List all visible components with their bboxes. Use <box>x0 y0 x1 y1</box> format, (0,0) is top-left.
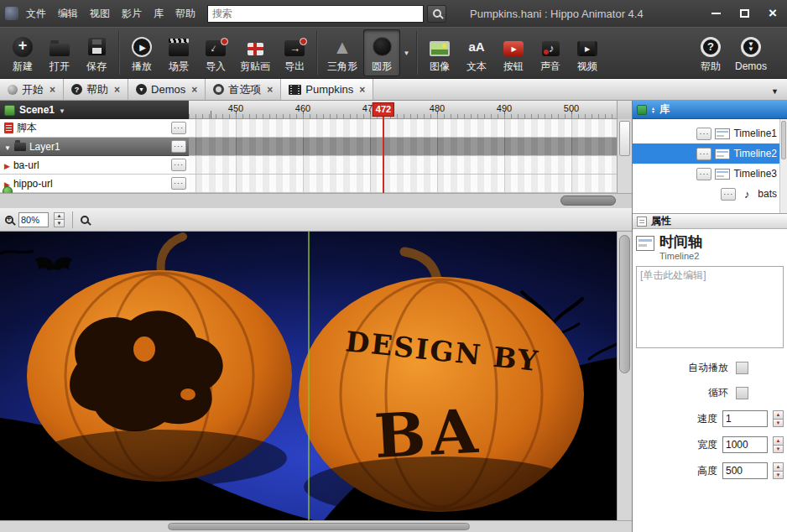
scrollbar-thumb[interactable] <box>619 121 630 156</box>
shape-dropdown-button[interactable] <box>400 29 413 76</box>
collapse-caret-icon[interactable] <box>4 141 11 153</box>
add-element-icon[interactable] <box>3 186 13 193</box>
circle-icon <box>373 37 392 56</box>
close-button[interactable]: × <box>758 0 787 27</box>
search-button[interactable] <box>427 5 446 23</box>
library-item-timeline2[interactable]: ··· Timeline2 <box>633 143 787 164</box>
spinner-down-icon[interactable]: ▼ <box>773 420 784 428</box>
track-frames[interactable] <box>189 175 632 193</box>
item-options-button[interactable]: ··· <box>696 168 711 180</box>
height-label: 高度 <box>697 464 717 478</box>
track-options-button[interactable]: ··· <box>171 122 186 134</box>
track-name-ba-url[interactable]: ba-url ··· <box>0 156 189 175</box>
tab-overflow-button[interactable] <box>771 82 779 97</box>
item-options-button[interactable]: ··· <box>721 188 736 201</box>
properties-header: 属性 <box>633 213 787 229</box>
tab-close-icon[interactable]: × <box>191 84 197 96</box>
library-item-timeline1[interactable]: ··· Timeline1 <box>633 123 787 143</box>
track-name-script[interactable]: 脚本 ··· <box>0 119 189 138</box>
tab-close-icon[interactable]: × <box>114 84 120 96</box>
tab-close-icon[interactable]: × <box>50 84 55 96</box>
scrollbar-thumb[interactable] <box>168 523 470 530</box>
canvas-horizontal-scrollbar[interactable] <box>0 520 632 532</box>
track-name-hippo-url[interactable]: hippo-url ··· <box>0 175 189 193</box>
spinner-up-icon[interactable]: ▲ <box>773 410 784 420</box>
canvas-vertical-scrollbar[interactable] <box>617 232 632 520</box>
minimize-button[interactable] <box>701 0 730 27</box>
sort-icon[interactable] <box>651 107 655 113</box>
scene-selector[interactable]: Scene1 <box>0 101 189 119</box>
menu-library[interactable]: 库 <box>148 0 169 27</box>
spinner-down-icon[interactable]: ▼ <box>54 220 65 227</box>
timeline-ruler[interactable]: 450 460 470 480 490 500 <box>189 101 617 119</box>
export-button[interactable]: 导出 <box>276 29 313 76</box>
play-button[interactable]: 播放 <box>123 29 160 76</box>
autoplay-checkbox[interactable] <box>736 362 748 374</box>
video-button[interactable]: 视频 <box>569 29 606 76</box>
menu-movie[interactable]: 影片 <box>116 0 148 27</box>
track-row-script: 脚本 ··· <box>0 119 632 138</box>
notes-edit-field[interactable]: [单击此处编辑] <box>636 266 784 348</box>
circle-tool-button[interactable]: 圆形 <box>363 29 400 76</box>
text-button[interactable]: 文本 <box>458 29 495 76</box>
maximize-button[interactable] <box>730 0 758 27</box>
triangle-tool-button[interactable]: 三角形 <box>321 29 363 76</box>
item-options-button[interactable]: ··· <box>696 128 711 140</box>
playhead-frame-label[interactable]: 472 <box>373 102 394 117</box>
height-input[interactable] <box>722 462 768 479</box>
width-input[interactable] <box>722 436 768 453</box>
track-options-button[interactable]: ··· <box>171 159 186 171</box>
toolbar-separator <box>118 31 120 75</box>
library-item-timeline3[interactable]: ··· Timeline3 <box>633 164 787 184</box>
import-button[interactable]: 导入 <box>197 29 234 76</box>
tab-pumpkins[interactable]: Pumpkins× <box>281 79 373 100</box>
tab-close-icon[interactable]: × <box>359 84 365 96</box>
menu-file[interactable]: 文件 <box>20 0 52 27</box>
timeline-vertical-scrollbar[interactable] <box>617 119 632 193</box>
stage-canvas[interactable]: DESIGN BY BA <box>0 232 617 520</box>
track-options-button[interactable]: ··· <box>171 140 186 153</box>
tab-preferences[interactable]: 首选项× <box>206 79 281 100</box>
spinner-up-icon[interactable]: ▲ <box>773 436 784 446</box>
timeline-horizontal-scrollbar[interactable] <box>0 193 632 208</box>
image-button[interactable]: 图像 <box>421 29 458 76</box>
help-button[interactable]: 帮助 <box>692 29 729 76</box>
scrollbar-thumb[interactable] <box>619 235 630 373</box>
library-scrollbar[interactable] <box>779 119 787 213</box>
menu-edit[interactable]: 编辑 <box>52 0 84 27</box>
loop-checkbox[interactable] <box>736 387 748 399</box>
spinner-up-icon[interactable]: ▲ <box>54 212 65 221</box>
spinner-down-icon[interactable]: ▼ <box>773 472 784 480</box>
button-element-button[interactable]: 按钮 <box>495 29 532 76</box>
menu-view[interactable]: 视图 <box>84 0 116 27</box>
spinner-down-icon[interactable]: ▼ <box>773 446 784 454</box>
clipart-button[interactable]: 剪贴画 <box>234 29 276 76</box>
track-frames[interactable] <box>189 119 632 138</box>
library-item-bats[interactable]: ··· bats <box>633 184 787 204</box>
tab-start[interactable]: 开始× <box>0 79 64 100</box>
window-title: Pumpkins.hani : Hippo Animator 4.4 <box>470 8 644 20</box>
speed-input[interactable] <box>722 410 768 427</box>
sound-button[interactable]: 声音 <box>532 29 569 76</box>
demos-button[interactable]: Demos <box>729 29 773 76</box>
tab-demos[interactable]: Demos× <box>128 79 206 100</box>
library-add-icon[interactable] <box>637 105 647 115</box>
track-name-layer1[interactable]: Layer1 ··· <box>0 138 189 156</box>
zoom-level-input[interactable] <box>18 212 49 227</box>
open-button[interactable]: 打开 <box>41 29 78 76</box>
track-options-button[interactable]: ··· <box>171 177 186 190</box>
track-frames[interactable] <box>189 138 632 156</box>
tab-close-icon[interactable]: × <box>267 84 273 96</box>
scenes-button[interactable]: 场景 <box>160 29 197 76</box>
track-frames[interactable] <box>189 156 632 175</box>
menu-help[interactable]: 帮助 <box>169 0 201 27</box>
save-button[interactable]: 保存 <box>78 29 115 76</box>
new-button[interactable]: 新建 <box>4 29 41 76</box>
tab-help[interactable]: 帮助× <box>64 79 128 100</box>
scrollbar-thumb[interactable] <box>560 196 616 206</box>
zoom-fit-icon[interactable] <box>81 216 89 224</box>
search-input[interactable] <box>207 5 424 23</box>
scrollbar-thumb[interactable] <box>781 121 786 159</box>
spinner-up-icon[interactable]: ▲ <box>773 462 784 472</box>
item-options-button[interactable]: ··· <box>696 148 711 160</box>
